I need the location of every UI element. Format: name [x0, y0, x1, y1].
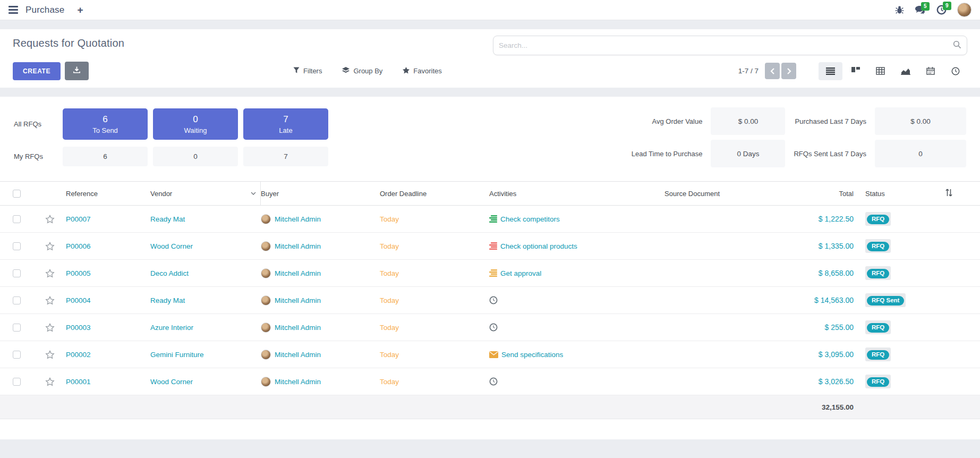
view-graph-button[interactable] — [893, 62, 917, 80]
rfq-reference-link[interactable]: P00001 — [66, 378, 91, 386]
filters-button[interactable]: Filters — [293, 67, 322, 75]
my-waiting-count[interactable]: 0 — [153, 147, 238, 166]
new-tab-button[interactable]: + — [77, 4, 83, 16]
favorite-star-icon[interactable] — [45, 269, 55, 278]
row-checkbox[interactable] — [13, 296, 21, 304]
pager-previous-button[interactable] — [765, 63, 780, 79]
my-to-send-count[interactable]: 6 — [63, 147, 148, 166]
favorites-label: Favorites — [413, 67, 441, 75]
favorite-star-icon[interactable] — [45, 296, 55, 305]
kpi-to-send-button[interactable]: 6 To Send — [63, 108, 148, 140]
activity-list-red-icon[interactable] — [489, 242, 497, 250]
vendor-link[interactable]: Wood Corner — [150, 378, 193, 386]
rfq-reference-link[interactable]: P00004 — [66, 296, 91, 304]
buyer-avatar — [261, 295, 271, 306]
view-pivot-button[interactable] — [868, 62, 892, 80]
rfq-reference-link[interactable]: P00002 — [66, 351, 91, 359]
header-activities[interactable]: Activities — [489, 182, 664, 205]
header-source-document[interactable]: Source Document — [664, 182, 768, 205]
apps-menu-icon[interactable] — [8, 6, 18, 14]
table-row[interactable]: P00001 Wood Corner Mitchell Admin Today … — [0, 368, 980, 395]
row-checkbox[interactable] — [13, 324, 21, 332]
search-input[interactable] — [499, 41, 953, 49]
activities-clock-icon[interactable]: 9 — [936, 5, 947, 15]
rfq-reference-link[interactable]: P00006 — [66, 242, 91, 250]
row-checkbox[interactable] — [13, 215, 21, 223]
header-order-deadline[interactable]: Order Deadline — [380, 182, 489, 205]
search-box[interactable] — [493, 36, 967, 55]
buyer-link[interactable]: Mitchell Admin — [275, 324, 321, 332]
view-calendar-button[interactable] — [918, 62, 942, 80]
activity-summary[interactable]: Get approval — [500, 269, 541, 277]
vendor-link[interactable]: Ready Mat — [150, 215, 185, 223]
buyer-link[interactable]: Mitchell Admin — [275, 269, 321, 277]
select-all-checkbox[interactable] — [13, 190, 21, 198]
pager-next-button[interactable] — [781, 63, 796, 79]
vendor-link[interactable]: Gemini Furniture — [150, 351, 204, 359]
header-status[interactable]: Status — [865, 182, 945, 205]
view-activity-button[interactable] — [943, 62, 967, 80]
table-row[interactable]: P00002 Gemini Furniture Mitchell Admin T… — [0, 341, 980, 368]
user-avatar[interactable] — [957, 3, 972, 17]
row-checkbox[interactable] — [13, 351, 21, 359]
optional-columns-icon[interactable] — [945, 189, 953, 198]
buyer-link[interactable]: Mitchell Admin — [275, 242, 321, 250]
kpi-late-button[interactable]: 7 Late — [243, 108, 328, 140]
buyer-link[interactable]: Mitchell Admin — [275, 215, 321, 223]
activity-list-green-icon[interactable] — [489, 215, 497, 223]
table-row[interactable]: P00003 Azure Interior Mitchell Admin Tod… — [0, 314, 980, 341]
activity-summary[interactable]: Check optional products — [500, 242, 577, 250]
rfq-reference-link[interactable]: P00005 — [66, 269, 91, 277]
table-row[interactable]: P00005 Deco Addict Mitchell Admin Today … — [0, 260, 980, 287]
buyer-link[interactable]: Mitchell Admin — [275, 296, 321, 304]
buyer-link[interactable]: Mitchell Admin — [275, 378, 321, 386]
kpi-waiting-button[interactable]: 0 Waiting — [153, 108, 238, 140]
group-by-button[interactable]: Group By — [342, 67, 382, 75]
search-icon[interactable] — [953, 40, 961, 51]
activity-list-yellow-icon[interactable] — [489, 269, 497, 277]
header-total[interactable]: Total — [768, 182, 854, 205]
buyer-link[interactable]: Mitchell Admin — [275, 351, 321, 359]
row-checkbox[interactable] — [13, 242, 21, 250]
rfq-reference-link[interactable]: P00003 — [66, 324, 91, 332]
order-deadline-value: Today — [380, 215, 399, 223]
export-button[interactable] — [65, 62, 89, 80]
my-late-count[interactable]: 7 — [243, 147, 328, 166]
favorites-button[interactable]: Favorites — [403, 67, 441, 75]
row-checkbox[interactable] — [13, 269, 21, 277]
favorite-star-icon[interactable] — [45, 323, 55, 332]
favorite-star-icon[interactable] — [45, 377, 55, 386]
view-list-button[interactable] — [819, 62, 842, 80]
table-row[interactable]: P00006 Wood Corner Mitchell Admin Today … — [0, 233, 980, 260]
header-reference[interactable]: Reference — [66, 182, 150, 205]
activity-clock-icon[interactable] — [489, 323, 498, 332]
messages-icon[interactable]: 5 — [915, 5, 926, 15]
vendor-link[interactable]: Wood Corner — [150, 242, 193, 250]
buyer-avatar — [261, 214, 271, 224]
status-badge: RFQ — [865, 266, 891, 280]
order-deadline-value: Today — [380, 242, 399, 250]
app-title[interactable]: Purchase — [25, 5, 64, 15]
favorite-star-icon[interactable] — [45, 215, 55, 224]
vendor-link[interactable]: Deco Addict — [150, 269, 189, 277]
sort-desc-icon — [251, 192, 256, 195]
messages-count-badge: 5 — [921, 2, 930, 11]
activity-summary[interactable]: Check competitors — [500, 215, 560, 223]
activity-clock-icon[interactable] — [489, 377, 498, 386]
header-vendor[interactable]: Vendor — [150, 182, 261, 205]
create-button[interactable]: CREATE — [13, 62, 61, 80]
favorite-star-icon[interactable] — [45, 350, 55, 359]
activity-summary[interactable]: Send specifications — [501, 351, 563, 359]
vendor-link[interactable]: Ready Mat — [150, 296, 185, 304]
table-row[interactable]: P00007 Ready Mat Mitchell Admin Today Ch… — [0, 206, 980, 233]
rfq-reference-link[interactable]: P00007 — [66, 215, 91, 223]
row-checkbox[interactable] — [13, 378, 21, 386]
table-row[interactable]: P00004 Ready Mat Mitchell Admin Today $ … — [0, 287, 980, 314]
view-kanban-button[interactable] — [843, 62, 867, 80]
header-buyer[interactable]: Buyer — [261, 182, 380, 205]
favorite-star-icon[interactable] — [45, 242, 55, 251]
activity-clock-icon[interactable] — [489, 296, 498, 304]
activity-envelope-icon[interactable] — [489, 351, 498, 358]
debug-bug-icon[interactable] — [895, 5, 904, 14]
vendor-link[interactable]: Azure Interior — [150, 324, 193, 332]
